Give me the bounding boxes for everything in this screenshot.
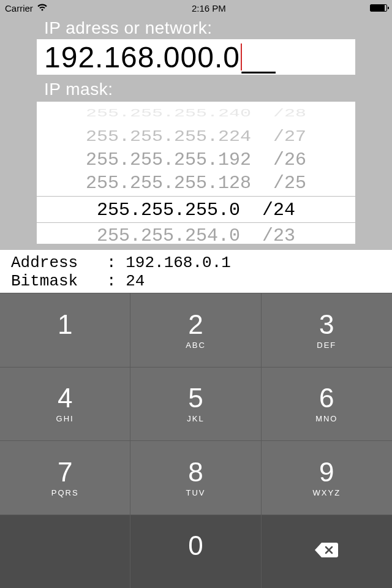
status-left: Carrier [5, 3, 48, 13]
ip-label: IP adress or network: [44, 18, 355, 38]
status-bar: Carrier 2:16 PM [0, 0, 392, 16]
key-8[interactable]: 8TUV [130, 440, 261, 514]
key-2[interactable]: 2ABC [130, 293, 261, 367]
key-3[interactable]: 3DEF [262, 293, 392, 367]
form-area: IP adress or network: 192.168.000.0__ IP… [0, 16, 392, 244]
key-blank [0, 514, 130, 589]
mask-picker[interactable]: 255.255.255.240 /28 255.255.255.224 /27 … [37, 102, 355, 244]
battery-icon [370, 4, 387, 12]
carrier-label: Carrier [5, 3, 33, 13]
key-4[interactable]: 4GHI [0, 367, 130, 441]
key-6[interactable]: 6MNO [262, 367, 392, 441]
key-5[interactable]: 5JKL [130, 367, 261, 441]
clock: 2:16 PM [192, 3, 226, 13]
key-backspace[interactable] [262, 514, 392, 589]
key-7[interactable]: 7PQRS [0, 440, 130, 514]
key-0[interactable]: 0 [130, 514, 261, 589]
picker-row[interactable]: 255.255.255.240 /28 [86, 107, 306, 121]
results-panel: Address : 192.168.0.1 Bitmask : 24 [0, 250, 392, 293]
mask-label: IP mask: [44, 80, 355, 99]
picker-row[interactable]: 255.255.255.224 /27 [86, 127, 306, 146]
picker-row[interactable]: 255.255.254.0 /23 [97, 224, 295, 244]
result-bitmask: Bitmask : 24 [11, 272, 145, 290]
picker-row[interactable]: 255.255.255.128 /25 [86, 172, 306, 195]
picker-rows: 255.255.255.240 /28 255.255.255.224 /27 … [37, 102, 355, 244]
picker-row[interactable]: 255.255.255.192 /26 [86, 148, 306, 172]
key-9[interactable]: 9WXYZ [262, 440, 392, 514]
ip-placeholder-rest: __ [242, 40, 276, 74]
wifi-icon [37, 3, 48, 13]
ip-input[interactable]: 192.168.000.0__ [37, 39, 355, 75]
backspace-icon [313, 540, 340, 562]
result-address: Address : 192.168.0.1 [11, 254, 231, 272]
keypad: 1 2ABC 3DEF 4GHI 5JKL 6MNO 7PQRS 8TUV 9W… [0, 293, 392, 588]
status-right [370, 4, 387, 12]
picker-row-selected[interactable]: 255.255.255.0 /24 [37, 196, 355, 223]
ip-value: 192.168.000.0 [44, 40, 240, 74]
key-1[interactable]: 1 [0, 293, 130, 367]
